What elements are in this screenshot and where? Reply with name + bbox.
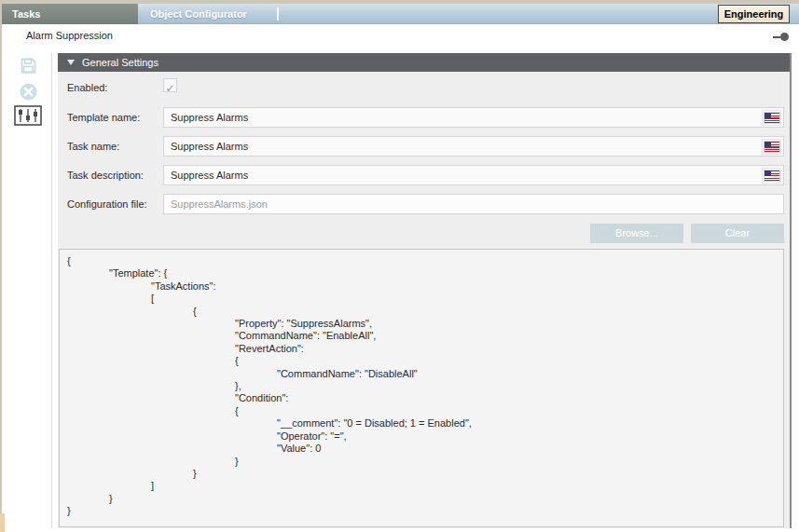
code-line: ] bbox=[67, 480, 776, 492]
clear-button[interactable]: Clear bbox=[691, 224, 784, 243]
code-line: } bbox=[67, 468, 776, 480]
template-name-field: Template name:Suppress Alarms bbox=[58, 107, 790, 128]
code-line: } bbox=[67, 505, 776, 517]
configuration-file-field: Configuration file:SuppressAlarms.json bbox=[58, 194, 790, 214]
template-name-language-button[interactable] bbox=[762, 110, 781, 126]
task-name-field: Task name:Suppress Alarms bbox=[58, 136, 790, 157]
code-line: "TaskActions": bbox=[67, 280, 776, 293]
template-name-input[interactable]: Suppress Alarms bbox=[163, 107, 784, 128]
cancel-x-icon bbox=[20, 83, 37, 101]
configuration-file-label: Configuration file: bbox=[67, 198, 147, 210]
code-line: "Template": { bbox=[67, 267, 776, 280]
code-line: }, bbox=[67, 380, 776, 392]
task-description-field: Task description:Suppress Alarms bbox=[58, 165, 790, 185]
task-description-label: Task description: bbox=[67, 170, 144, 181]
tab-tasks[interactable]: Tasks bbox=[0, 4, 138, 24]
task-description-input[interactable]: Suppress Alarms bbox=[163, 165, 784, 185]
code-line: { bbox=[67, 306, 776, 318]
pin-dot bbox=[780, 33, 789, 41]
code-line: { bbox=[67, 255, 776, 267]
window-left-edge bbox=[0, 0, 2, 532]
code-line: "Condition": bbox=[67, 392, 776, 404]
checkmark-icon: ✓ bbox=[165, 82, 174, 95]
window-corner-edge bbox=[0, 513, 5, 532]
enabled-checkbox[interactable]: ✓ bbox=[163, 78, 177, 92]
code-line: } bbox=[67, 456, 776, 468]
engineering-button[interactable]: Engineering bbox=[718, 5, 790, 23]
tab-bar: Tasks Object Configurator Engineering bbox=[0, 4, 799, 24]
task-description-language-button[interactable] bbox=[762, 168, 781, 184]
general-settings-title: General Settings bbox=[82, 53, 158, 72]
us-flag-icon bbox=[765, 142, 779, 152]
settings-button[interactable] bbox=[13, 104, 43, 127]
template-name-label: Template name: bbox=[67, 112, 140, 123]
tab-separator bbox=[277, 7, 279, 20]
cancel-button[interactable] bbox=[13, 80, 43, 102]
code-line: "__comment": "0 = Disabled; 1 = Enabled"… bbox=[67, 417, 776, 430]
us-flag-icon bbox=[765, 113, 779, 123]
enabled-label: Enabled: bbox=[67, 82, 107, 93]
configuration-file-input[interactable]: SuppressAlarms.json bbox=[163, 194, 784, 214]
sliders-icon bbox=[14, 105, 42, 126]
code-editor[interactable]: {"Template": {"TaskActions":[{"Property"… bbox=[59, 249, 784, 527]
collapse-triangle-icon bbox=[67, 60, 75, 65]
code-line: } bbox=[67, 493, 776, 505]
general-settings-header[interactable]: General Settings bbox=[58, 53, 790, 72]
code-line: "Property": "SuppressAlarms", bbox=[67, 318, 776, 330]
code-line: "RevertAction": bbox=[67, 343, 776, 355]
code-line: "CommandName": "EnableAll", bbox=[67, 330, 776, 342]
code-line: [ bbox=[67, 293, 776, 305]
pin-icon[interactable] bbox=[773, 33, 790, 41]
app-window: Tasks Object Configurator Engineering Al… bbox=[0, 0, 799, 532]
code-line: "Operator": "=", bbox=[67, 430, 776, 443]
save-button[interactable] bbox=[13, 54, 43, 76]
pin-line bbox=[773, 36, 780, 38]
save-floppy-icon bbox=[20, 57, 37, 75]
task-name-input[interactable]: Suppress Alarms bbox=[163, 136, 784, 157]
task-name-label: Task name: bbox=[67, 141, 119, 152]
browse-button[interactable]: Browse... bbox=[590, 224, 683, 243]
sidebar-divider bbox=[51, 53, 52, 528]
task-name-language-button[interactable] bbox=[762, 139, 781, 155]
code-line: "Value": 0 bbox=[67, 443, 776, 455]
general-settings-panel: General Settings Enabled: ✓ Template nam… bbox=[58, 53, 792, 528]
code-line: { bbox=[67, 355, 776, 367]
us-flag-icon bbox=[765, 171, 779, 181]
page-title: Alarm Suppression bbox=[26, 30, 113, 41]
code-line: "CommandName": "DisableAll" bbox=[67, 368, 776, 380]
tab-object-configurator[interactable]: Object Configurator bbox=[138, 4, 276, 24]
code-line: { bbox=[67, 405, 776, 417]
